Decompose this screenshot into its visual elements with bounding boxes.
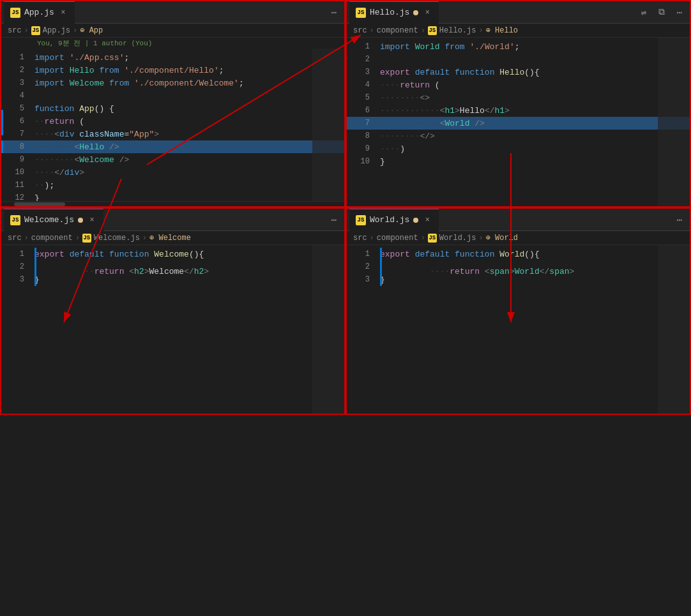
tab-worldjs-label: World.js — [370, 215, 409, 225]
code-line-11: 11 ··); — [1, 179, 344, 192]
world-tab-actions: ⋯ — [672, 212, 687, 227]
split-btn[interactable]: ⧉ — [654, 4, 669, 20]
welcome-tab-bar: JS Welcome.js × ⋯ — [1, 209, 344, 231]
hello-line-9: 9 ····) — [347, 142, 690, 155]
bc-src-h: src — [353, 26, 367, 35]
welcome-pane: JS Welcome.js × ⋯ src › component › JS W… — [0, 207, 346, 415]
hello-line-2: 2 — [347, 53, 690, 66]
tab-welcomejs-close[interactable]: × — [87, 215, 97, 225]
bc-component-wr: component — [377, 234, 418, 243]
code-line-4: 4 — [1, 89, 344, 102]
bc-worldjs: World.js — [439, 234, 476, 243]
tab-appjs-label: App.js — [24, 8, 54, 17]
tab-worldjs[interactable]: JS World.js × — [349, 209, 439, 231]
minimap-world — [658, 245, 690, 414]
bc-welcome-fn: ⊕ Welcome — [149, 233, 191, 243]
compare-btn[interactable]: ⇌ — [636, 4, 651, 20]
code-line-12: 12 } — [1, 192, 344, 201]
code-line-9: 9 ········<Welcome /> — [1, 153, 344, 166]
hello-line-10: 10 } — [347, 155, 690, 168]
bc-hellojs: Hello.js — [439, 26, 476, 35]
tab-welcomejs[interactable]: JS Welcome.js × — [4, 209, 103, 231]
world-pane: JS World.js × ⋯ src › component › JS Wor… — [346, 207, 691, 415]
bc-world-fn: ⊕ World — [486, 233, 518, 243]
more-options-btn-hello[interactable]: ⋯ — [672, 4, 687, 20]
more-options-btn[interactable]: ⋯ — [326, 4, 342, 20]
hello-tab-actions: ⇌ ⧉ ⋯ — [636, 4, 687, 20]
code-line-5: 5 function App() { — [1, 102, 344, 115]
tab-appjs[interactable]: JS App.js × — [4, 1, 75, 24]
code-line-2: 2 import Hello from './component/Hello'; — [1, 64, 344, 77]
bc-component-w: component — [31, 234, 73, 243]
app-tab-bar: JS App.js × ⋯ — [1, 1, 344, 24]
git-blame-info: You, 9분 전 | 1 author (You) — [1, 38, 344, 49]
bc-component-h: component — [377, 26, 418, 35]
bc-app-fn: ⊕ App — [80, 26, 103, 35]
hello-line-1: 1 import World from './World'; — [347, 40, 690, 53]
minimap-app — [312, 49, 344, 201]
minimap-welcome — [312, 245, 344, 414]
world-breadcrumb: src › component › JS World.js › ⊕ World — [347, 231, 690, 245]
hello-pane: JS Hello.js × ⇌ ⧉ ⋯ src › component › JS… — [346, 0, 691, 207]
code-line-3: 3 import Welcome from './component/Welco… — [1, 77, 344, 89]
welcome-line-2: 2 ··return <h2>Welcome</h2> — [1, 260, 344, 273]
tab-appjs-close[interactable]: × — [58, 8, 68, 18]
tab-hellojs-label: Hello.js — [370, 8, 409, 17]
world-code-area[interactable]: 1 export default function World(){ 2 ···… — [347, 245, 690, 414]
hello-tab-bar: JS Hello.js × ⇌ ⧉ ⋯ — [347, 1, 690, 24]
hello-line-7: 7 ············<World /> — [347, 117, 690, 130]
bottom-area — [0, 415, 691, 616]
tab-welcomejs-modified — [78, 218, 83, 223]
code-line-7: 7 ····<div className="App"> — [1, 128, 344, 140]
js-icon-world: JS — [356, 215, 366, 225]
tab-worldjs-close[interactable]: × — [422, 215, 432, 225]
code-line-10: 10 ····</div> — [1, 166, 344, 179]
tab-hellojs-modified — [413, 10, 418, 15]
world-line-2: 2 ····return <span>World</span> — [347, 260, 690, 273]
code-line-6: 6 ··return ( — [1, 115, 344, 128]
app-scrollbar-thumb[interactable] — [14, 202, 65, 206]
hello-breadcrumb: src › component › JS Hello.js › ⊕ Hello — [347, 24, 690, 38]
hello-line-6: 6 ············<h1>Hello</h1> — [347, 104, 690, 117]
bc-welcomejs: Welcome.js — [94, 234, 140, 243]
hello-line-3: 3 export default function Hello(){ — [347, 66, 690, 79]
world-tab-bar: JS World.js × ⋯ — [347, 209, 690, 231]
app-breadcrumb: src › JS App.js › ⊕ App — [1, 24, 344, 38]
more-options-btn-world[interactable]: ⋯ — [672, 212, 687, 227]
tab-hellojs-close[interactable]: × — [422, 8, 432, 18]
bc-js-icon-w: JS — [82, 234, 91, 243]
js-icon-app: JS — [10, 8, 20, 18]
tab-welcomejs-label: Welcome.js — [24, 215, 74, 225]
welcome-tab-actions: ⋯ — [326, 212, 342, 227]
app-tab-actions: ⋯ — [326, 4, 342, 20]
bc-appjs: App.js — [43, 26, 70, 35]
hello-line-8: 8 ········</> — [347, 130, 690, 142]
minimap-hello — [658, 38, 690, 206]
git-indicator — [1, 110, 3, 135]
tab-hellojs[interactable]: JS Hello.js × — [349, 1, 439, 24]
welcome-breadcrumb: src › component › JS Welcome.js › ⊕ Welc… — [1, 231, 344, 245]
more-options-btn-welcome[interactable]: ⋯ — [326, 212, 342, 227]
code-line-1: 1 import './App.css'; — [1, 51, 344, 64]
app-scrollbar-h[interactable] — [1, 201, 344, 206]
js-icon-welcome: JS — [10, 215, 20, 225]
hello-code-area[interactable]: 1 import World from './World'; 2 3 expor… — [347, 38, 690, 206]
code-line-8: 8 ········<Hello /> — [1, 140, 344, 153]
hello-line-5: 5 ········<> — [347, 91, 690, 104]
bc-src-wr: src — [353, 234, 367, 243]
bc-js-icon: JS — [31, 26, 40, 35]
js-icon-hello: JS — [356, 8, 366, 18]
bc-hello-fn: ⊕ Hello — [486, 26, 518, 35]
bc-js-icon-h: JS — [428, 26, 437, 35]
bc-src-w: src — [8, 234, 22, 243]
bc-src: src — [8, 26, 22, 35]
app-code-area[interactable]: 1 import './App.css'; 2 import Hello fro… — [1, 49, 344, 201]
tab-worldjs-modified — [413, 218, 418, 223]
welcome-code-area[interactable]: 1 export default function Welcome(){ 2 ·… — [1, 245, 344, 414]
bc-js-icon-wr: JS — [428, 234, 437, 243]
editor-container: JS App.js × ⋯ src › JS App.js › ⊕ App Yo… — [0, 0, 691, 415]
app-pane: JS App.js × ⋯ src › JS App.js › ⊕ App Yo… — [0, 0, 346, 207]
hello-line-4: 4 ····return ( — [347, 79, 690, 91]
